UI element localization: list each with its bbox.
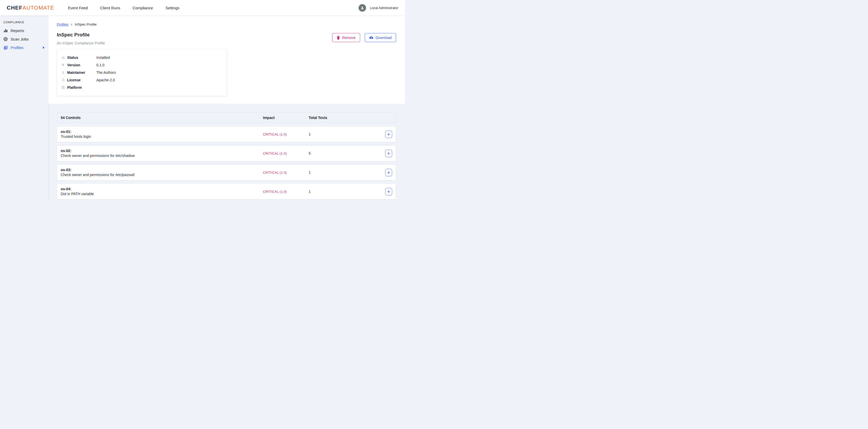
chevron-right-icon[interactable] — [43, 46, 45, 49]
detail-row-status: Status Installed — [57, 54, 226, 61]
nav-compliance[interactable]: Compliance — [132, 6, 153, 10]
target-icon — [3, 37, 8, 41]
breadcrumb-current: InSpec Profile — [75, 23, 97, 26]
impact-badge: CRITICAL (1.0) — [263, 171, 309, 174]
person-icon — [61, 71, 67, 74]
sidebar-item-label: Reports — [10, 28, 24, 33]
controls-section: 54 Controls Impact Total Tests os-01: Tr… — [48, 104, 405, 200]
detail-row-maintainer: Maintainer The Authors — [57, 69, 226, 76]
sidebar: COMPLIANCE Reports Scan Jobs Profiles — [0, 15, 48, 200]
download-button[interactable]: Download — [365, 33, 396, 42]
list-icon — [61, 86, 67, 89]
detail-value: The Authors — [96, 70, 226, 75]
trash-icon — [337, 36, 340, 39]
logo-chef-text: CHEF — [7, 5, 23, 10]
detail-label: Platform — [67, 86, 96, 90]
page-subtitle: An InSpec Compliance Profile — [57, 41, 105, 45]
column-header-impact: Impact — [263, 116, 309, 120]
control-cell: os-04: Dot in PATH variable — [61, 187, 263, 196]
control-cell: os-01: Trusted hosts login — [61, 129, 263, 139]
control-row-os-02: os-02: Check owner and permissions for /… — [57, 145, 396, 161]
sidebar-item-reports[interactable]: Reports — [0, 26, 48, 35]
sidebar-item-label: Profiles — [10, 45, 24, 50]
detail-label: License — [67, 78, 96, 82]
profile-header-section: Profiles › InSpec Profile InSpec Profile… — [48, 15, 405, 104]
nav-client-runs[interactable]: Client Runs — [100, 6, 120, 10]
documents-icon — [3, 46, 8, 50]
control-title: Check owner and permissions for /etc/pas… — [61, 172, 263, 177]
control-title: Check owner and permissions for /etc/sha… — [61, 153, 263, 158]
control-id: os-04: — [61, 187, 263, 192]
plus-icon — [387, 190, 390, 193]
cloud-download-icon — [369, 36, 373, 39]
status-bars-icon — [61, 56, 67, 59]
detail-row-license: License Apache-2.0 — [57, 76, 226, 84]
profile-detail-card: Status Installed Version 0.1.0 Maintaine… — [57, 49, 227, 96]
remove-button-label: Remove — [342, 36, 356, 40]
control-title: Dot in PATH variable — [61, 192, 263, 196]
expand-control-button[interactable] — [385, 150, 392, 157]
page-title: InSpec Profile — [57, 32, 105, 38]
sidebar-section-label: COMPLIANCE — [0, 21, 48, 24]
plus-icon — [387, 152, 390, 155]
controls-table-header: 54 Controls Impact Total Tests — [57, 112, 396, 123]
user-avatar-icon — [359, 4, 366, 11]
detail-label: Version — [67, 63, 96, 67]
bar-chart-icon — [3, 29, 8, 33]
bank-icon — [61, 78, 67, 81]
main-content: Profiles › InSpec Profile InSpec Profile… — [48, 15, 405, 200]
control-id: os-02: — [61, 148, 263, 153]
profile-title-block: InSpec Profile An InSpec Compliance Prof… — [57, 32, 105, 45]
column-header-total-tests: Total Tests — [309, 116, 392, 120]
top-nav: Event Feed Client Runs Compliance Settin… — [68, 6, 180, 10]
control-id: os-03: — [61, 167, 263, 172]
impact-badge: CRITICAL (1.0) — [263, 132, 309, 136]
impact-badge: CRITICAL (1.0) — [263, 152, 309, 155]
user-name: Local Administrator — [370, 6, 398, 10]
breadcrumb-separator: › — [71, 22, 72, 26]
nav-settings[interactable]: Settings — [165, 6, 179, 10]
logo-automate-text: AUTOMATE — [23, 5, 54, 10]
breadcrumb: Profiles › InSpec Profile — [57, 22, 396, 26]
detail-value: Installed — [96, 56, 226, 60]
expand-control-button[interactable] — [385, 169, 392, 176]
detail-row-platform: Platform — [57, 84, 226, 91]
total-tests-value: 1 — [309, 132, 385, 136]
expand-control-button[interactable] — [385, 131, 392, 138]
control-cell: os-02: Check owner and permissions for /… — [61, 148, 263, 158]
control-row-os-04: os-04: Dot in PATH variable CRITICAL (1.… — [57, 184, 396, 200]
detail-label: Maintainer — [67, 70, 96, 75]
user-menu[interactable]: Local Administrator — [359, 4, 398, 11]
control-row-os-01: os-01: Trusted hosts login CRITICAL (1.0… — [57, 126, 396, 142]
column-header-controls: 54 Controls — [61, 116, 263, 120]
detail-value: Apache-2.0 — [96, 78, 226, 82]
control-title: Trusted hosts login — [61, 134, 263, 139]
expand-control-button[interactable] — [385, 188, 392, 195]
sidebar-item-profiles[interactable]: Profiles — [0, 43, 48, 52]
detail-row-version: Version 0.1.0 — [57, 61, 226, 69]
total-tests-value: 5 — [309, 151, 385, 155]
tag-icon — [61, 63, 67, 67]
plus-icon — [387, 133, 390, 136]
breadcrumb-profiles-link[interactable]: Profiles — [57, 23, 68, 26]
control-row-os-03: os-03: Check owner and permissions for /… — [57, 164, 396, 180]
total-tests-value: 1 — [309, 170, 385, 174]
control-cell: os-03: Check owner and permissions for /… — [61, 167, 263, 177]
plus-icon — [387, 171, 390, 174]
impact-badge: CRITICAL (1.0) — [263, 190, 309, 194]
detail-value: 0.1.0 — [96, 63, 226, 67]
remove-button[interactable]: Remove — [332, 33, 360, 42]
chef-automate-logo[interactable]: CHEFAUTOMATE — [7, 5, 54, 11]
control-id: os-01: — [61, 129, 263, 134]
total-tests-value: 1 — [309, 190, 385, 194]
sidebar-item-label: Scan Jobs — [10, 37, 29, 41]
sidebar-item-scan-jobs[interactable]: Scan Jobs — [0, 35, 48, 43]
nav-event-feed[interactable]: Event Feed — [68, 6, 88, 10]
detail-label: Status — [67, 56, 96, 60]
download-button-label: Download — [376, 36, 392, 40]
top-bar: CHEFAUTOMATE Event Feed Client Runs Comp… — [0, 0, 405, 15]
